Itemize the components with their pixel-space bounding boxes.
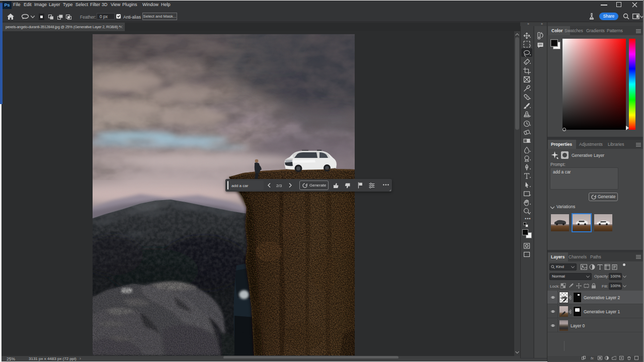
svg-text:fx: fx: [591, 356, 594, 360]
